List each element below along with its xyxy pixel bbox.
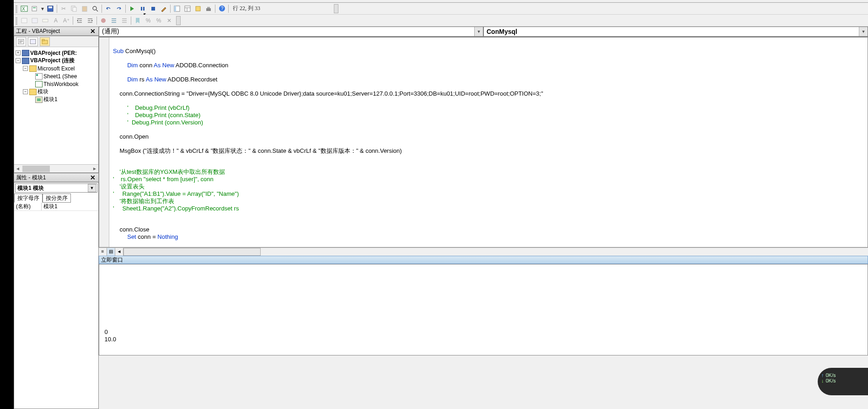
object-browser-icon[interactable] [193,4,203,14]
properties-window-icon[interactable] [182,4,193,14]
run-icon[interactable] [127,4,137,14]
project-explorer: +VBAProject (PER: −VBAProject (连接 −Micro… [14,36,99,173]
svg-rect-16 [185,6,190,11]
toggle-breakpoint-icon[interactable] [98,16,108,26]
svg-rect-8 [82,6,87,11]
parameter-info-icon[interactable]: A [51,16,61,26]
object-combo[interactable]: (通用) [99,27,483,37]
toggle-bookmark-icon[interactable] [133,16,143,26]
indent-icon[interactable] [75,16,85,26]
close-icon[interactable]: ✕ [89,27,96,35]
paste-icon[interactable] [80,4,90,14]
procedure-combo[interactable]: ConMysql [483,27,868,37]
procedure-view-icon[interactable]: ≡ [99,248,107,256]
svg-rect-27 [30,39,36,44]
property-value[interactable]: 模块1 [42,203,98,210]
properties-object-combo[interactable]: 模块1 模块 [15,183,97,193]
immediate-window[interactable]: 0 10.0 [99,264,868,355]
prev-bookmark-icon[interactable]: % [154,16,164,26]
svg-rect-19 [196,6,200,11]
uncomment-block-icon[interactable] [119,16,129,26]
svg-rect-11 [141,7,142,11]
toggle-folders-icon[interactable] [40,37,50,46]
svg-rect-24 [43,19,48,22]
quick-info-icon[interactable] [40,16,50,26]
undo-icon[interactable] [103,4,113,14]
immediate-window-label: 立即窗口 [101,256,123,264]
svg-rect-7 [73,7,76,11]
reset-icon[interactable] [148,4,158,14]
project-panel-title: 工程 - VBAProject ✕ [14,27,99,36]
property-name: (名称) [14,203,42,210]
project-tree[interactable]: +VBAProject (PER: −VBAProject (连接 −Micro… [14,47,98,164]
help-icon[interactable]: ? [217,4,227,14]
toolbar-overflow[interactable] [176,16,181,25]
comment-block-icon[interactable] [109,16,119,26]
view-excel-icon[interactable]: X [19,4,29,14]
toolbar-overflow[interactable] [334,4,338,13]
outdent-icon[interactable] [85,16,95,26]
full-module-view-icon[interactable]: ▤ [107,248,115,256]
svg-rect-12 [143,7,145,11]
svg-point-9 [93,6,96,10]
tree-module-node[interactable]: 模块1 [14,96,98,103]
tab-alphabetic[interactable]: 按字母序 [14,194,43,203]
next-bookmark-icon[interactable]: % [143,16,153,26]
toolbox-icon[interactable] [204,4,214,14]
code-editor[interactable]: Sub ConMysql() Dim conn As New ADODB.Con… [99,37,868,248]
redo-icon[interactable] [114,4,124,14]
properties-panel-label: 属性 - 模块1 [16,174,46,182]
code-margin[interactable] [99,38,109,247]
list-properties-icon[interactable] [19,16,29,26]
download-speed: 0K/s [826,378,836,383]
save-icon[interactable] [45,4,55,14]
clear-bookmarks-icon[interactable]: ✕ [164,16,174,26]
svg-rect-22 [21,18,27,23]
download-icon: ↓ [821,378,824,383]
edit-toolbar: A A⁺ % % ✕ [14,15,868,27]
project-toolbar [14,36,98,47]
standard-toolbar: X ▾ ✂ ? 行 22, 列 33 ↖ [14,3,868,15]
scroll-left-icon[interactable]: ◄ [115,248,123,256]
properties-tabs: 按字母序 按分类序 [14,194,98,203]
close-icon[interactable]: ✕ [89,174,96,181]
break-icon[interactable] [138,4,148,14]
cut-icon[interactable]: ✂ [59,4,69,14]
toolbar-grip[interactable] [16,5,17,13]
project-explorer-icon[interactable] [172,4,182,14]
dropdown-arrow-icon[interactable]: ▾ [40,4,45,14]
horizontal-scrollbar[interactable]: ◄► [14,164,98,172]
view-code-icon[interactable] [16,37,26,46]
cursor-position: 行 22, 列 33 [233,5,260,12]
network-monitor-widget: ↑0K/s ↓0K/s [818,368,868,395]
svg-text:X: X [22,6,25,11]
upload-icon: ↑ [821,372,824,378]
complete-word-icon[interactable]: A⁺ [61,16,71,26]
toolbar-grip[interactable] [16,16,17,25]
tree-folder-node[interactable]: −Microsoft Excel [14,65,98,72]
code-body[interactable]: Sub ConMysql() Dim conn As New ADODB.Con… [109,38,868,247]
tree-workbook-node[interactable]: ThisWorkbook [14,80,98,88]
code-footer: ≡ ▤ ◄ [99,248,868,256]
tree-folder-node[interactable]: −模块 [14,88,98,96]
find-icon[interactable] [90,4,100,14]
project-panel-label: 工程 - VBAProject [16,27,60,35]
list-constants-icon[interactable] [30,16,40,26]
horizontal-scrollbar[interactable] [123,248,261,256]
view-object-icon[interactable] [28,37,38,46]
tree-project-node[interactable]: +VBAProject (PER: [14,49,98,57]
tree-project-node[interactable]: −VBAProject (连接 [14,57,98,65]
svg-rect-5 [48,6,52,8]
svg-line-10 [96,10,98,11]
tree-sheet-node[interactable]: Sheet1 (Shee [14,72,98,80]
property-row[interactable]: (名称) 模块1 [14,203,98,211]
code-combo-row: (通用) ConMysql [99,27,868,37]
svg-rect-3 [33,7,36,8]
immediate-window-title: 立即窗口 [99,256,868,264]
copy-icon[interactable] [69,4,79,14]
design-mode-icon[interactable] [159,4,169,14]
properties-grid[interactable]: (名称) 模块1 [14,203,98,409]
insert-module-icon[interactable] [30,4,40,14]
svg-rect-15 [174,6,176,11]
tab-categorized[interactable]: 按分类序 [43,194,71,203]
